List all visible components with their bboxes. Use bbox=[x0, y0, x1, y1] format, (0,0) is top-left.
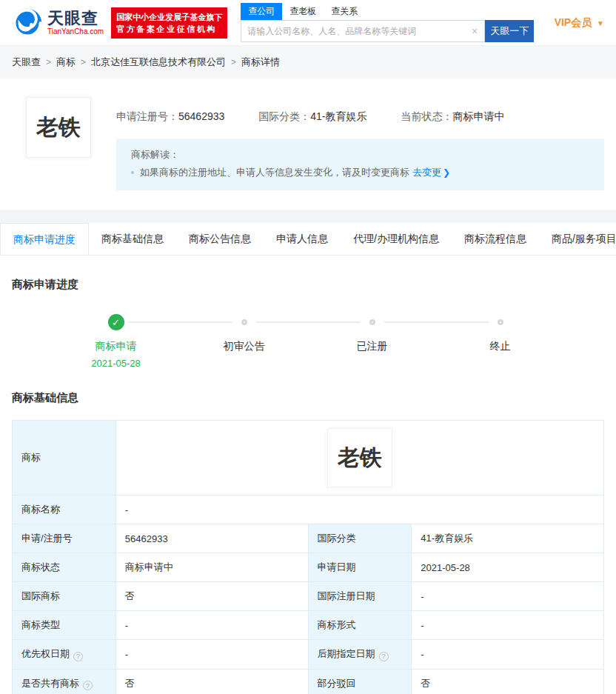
step-label: 已注册 bbox=[357, 340, 388, 353]
table-row: 是否共有商标? 否 部分驳回 否 bbox=[13, 669, 604, 694]
bullet-icon bbox=[131, 171, 134, 174]
tab-basic-info[interactable]: 商标基础信息 bbox=[89, 223, 176, 255]
detail-content: 商标申请进度 商标基础信息 商标公告信息 申请人信息 代理/办理机构信息 商标流… bbox=[0, 223, 616, 694]
tianyancha-logo[interactable]: 天眼查 TianYanCha.com bbox=[12, 7, 104, 39]
check-icon: ✓ bbox=[108, 314, 124, 330]
info-icon[interactable]: ? bbox=[73, 652, 83, 661]
step-date: 2021-05-28 bbox=[91, 358, 141, 369]
header: 天眼查 TianYanCha.com 国家中小企业发展子基金旗下 官方备案企业征… bbox=[0, 0, 616, 46]
breadcrumb: 天眼查>商标>北京达佳互联信息技术有限公司>商标详情 bbox=[0, 46, 616, 79]
row-label: 申请/注册号 bbox=[13, 524, 116, 553]
note-text: 如果商标的注册地址、申请人等信息发生变化，请及时变更商标 bbox=[140, 164, 409, 181]
table-row: 商标 老铁 bbox=[13, 421, 604, 496]
logo-domain: TianYanCha.com bbox=[47, 27, 104, 36]
pending-dot-icon bbox=[498, 319, 503, 325]
table-row: 申请/注册号 56462933 国际分类 41-教育娱乐 bbox=[13, 524, 604, 553]
pending-dot-icon bbox=[241, 319, 247, 325]
row-label: 国际商标 bbox=[13, 582, 116, 611]
row-value: - bbox=[116, 640, 308, 670]
breadcrumb-company[interactable]: 北京达佳互联信息技术有限公司 bbox=[91, 56, 226, 67]
current-status: 当前状态：商标申请中 bbox=[401, 110, 505, 124]
search-box: × bbox=[241, 20, 485, 42]
step-terminated: 终止 bbox=[436, 314, 564, 369]
search-input[interactable] bbox=[241, 26, 465, 36]
row-value: 41-教育娱乐 bbox=[412, 524, 604, 553]
logo-name: 天眼查 bbox=[47, 10, 104, 27]
step-label: 终止 bbox=[490, 340, 511, 353]
search-area: 查公司 查老板 查关系 × 天眼一下 bbox=[241, 3, 534, 42]
badge-line-1: 国家中小企业发展子基金旗下 bbox=[116, 11, 222, 23]
breadcrumb-home[interactable]: 天眼查 bbox=[12, 56, 41, 67]
row-label: 优先权日期? bbox=[13, 640, 116, 670]
row-value: 否 bbox=[412, 669, 604, 694]
summary-meta: 申请注册号：56462933 国际分类：41-教育娱乐 当前状态：商标申请中 bbox=[116, 110, 604, 124]
tab-application-progress[interactable]: 商标申请进度 bbox=[0, 223, 89, 255]
row-value: - bbox=[116, 611, 308, 640]
table-row: 商标名称 - bbox=[13, 496, 604, 524]
chevron-down-icon: ▼ bbox=[597, 19, 604, 27]
tianyancha-logo-icon bbox=[12, 7, 43, 39]
vip-label: VIP会员 bbox=[555, 16, 592, 28]
row-value: - bbox=[412, 611, 604, 640]
clear-search-icon[interactable]: × bbox=[465, 25, 484, 37]
table-row: 商标类型 - 商标形式 - bbox=[13, 611, 604, 640]
badge-line-2: 官方备案企业征信机构 bbox=[116, 23, 222, 35]
search-tab-boss[interactable]: 查老板 bbox=[282, 3, 324, 20]
pending-dot-icon bbox=[369, 319, 375, 325]
change-trademark-link[interactable]: 去变更 bbox=[412, 164, 441, 181]
row-label: 商标类型 bbox=[13, 611, 116, 640]
tab-announcement-info[interactable]: 商标公告信息 bbox=[176, 223, 264, 255]
basic-info-table: 商标 老铁 商标名称 - 申请/注册号 56462933 国际分类 41-教育娱… bbox=[12, 420, 604, 694]
step-preliminary-approval: 初审公告 bbox=[180, 314, 308, 369]
row-value: 否 bbox=[116, 582, 308, 611]
progress-section-title: 商标申请进度 bbox=[0, 256, 616, 292]
trademark-image: 老铁 bbox=[327, 428, 392, 487]
row-label: 后期指定日期? bbox=[308, 640, 412, 670]
row-label: 国际注册日期 bbox=[308, 582, 412, 611]
tab-agency-info[interactable]: 代理/办理机构信息 bbox=[341, 223, 452, 255]
logo-text: 天眼查 TianYanCha.com bbox=[47, 10, 104, 36]
row-value: - bbox=[412, 582, 604, 611]
table-row: 优先权日期? - 后期指定日期? - bbox=[13, 640, 604, 670]
search-button[interactable]: 天眼一下 bbox=[485, 20, 534, 42]
breadcrumb-current: 商标详情 bbox=[241, 56, 280, 67]
row-value: - bbox=[116, 496, 603, 524]
step-registered: 已注册 bbox=[308, 314, 436, 369]
step-application: ✓ 商标申请 2021-05-28 bbox=[52, 314, 180, 369]
step-label: 初审公告 bbox=[224, 340, 265, 353]
row-value: 56462933 bbox=[116, 524, 308, 553]
breadcrumb-trademark[interactable]: 商标 bbox=[56, 56, 76, 67]
row-value: 2021-05-28 bbox=[412, 553, 604, 582]
row-label: 商标 bbox=[13, 421, 116, 496]
trademark-summary: 老铁 申请注册号：56462933 国际分类：41-教育娱乐 当前状态：商标申请… bbox=[0, 79, 616, 210]
trademark-note: 商标解读： 如果商标的注册地址、申请人等信息发生变化，请及时变更商标 去变更 ❯ bbox=[116, 139, 604, 190]
row-value: - bbox=[412, 640, 604, 670]
info-icon[interactable]: ? bbox=[83, 681, 93, 690]
gov-certification-badge: 国家中小企业发展子基金旗下 官方备案企业征信机构 bbox=[111, 7, 227, 39]
registration-number: 申请注册号：56462933 bbox=[116, 110, 224, 124]
row-value: 商标申请中 bbox=[116, 553, 308, 582]
row-label: 国际分类 bbox=[308, 524, 412, 553]
row-label: 部分驳回 bbox=[308, 669, 412, 694]
vip-menu[interactable]: VIP会员 ▼ bbox=[555, 16, 604, 30]
breadcrumb-separator: > bbox=[81, 57, 86, 67]
note-title: 商标解读： bbox=[131, 147, 589, 163]
tab-goods-services[interactable]: 商品/服务项目 bbox=[539, 223, 616, 255]
search-row: × 天眼一下 bbox=[241, 20, 534, 42]
chevron-right-icon: ❯ bbox=[443, 164, 450, 181]
search-tab-company[interactable]: 查公司 bbox=[241, 3, 282, 20]
table-row: 商标状态 商标申请中 申请日期 2021-05-28 bbox=[13, 553, 604, 582]
step-label: 商标申请 bbox=[96, 340, 137, 353]
breadcrumb-separator: > bbox=[46, 57, 51, 67]
tab-applicant-info[interactable]: 申请人信息 bbox=[264, 223, 341, 255]
row-label: 商标状态 bbox=[13, 553, 116, 582]
trademark-image: 老铁 bbox=[26, 97, 91, 158]
tab-process-info[interactable]: 商标流程信息 bbox=[452, 223, 539, 255]
info-icon[interactable]: ? bbox=[379, 652, 389, 661]
progress-steps: ✓ 商标申请 2021-05-28 初审公告 已注册 终止 bbox=[0, 314, 616, 369]
search-tab-relation[interactable]: 查关系 bbox=[324, 3, 365, 20]
summary-details: 申请注册号：56462933 国际分类：41-教育娱乐 当前状态：商标申请中 商… bbox=[116, 97, 604, 190]
basic-info-section-title: 商标基础信息 bbox=[0, 369, 616, 405]
trademark-image-cell: 老铁 bbox=[116, 421, 603, 496]
trademark-text: 老铁 bbox=[36, 113, 81, 143]
